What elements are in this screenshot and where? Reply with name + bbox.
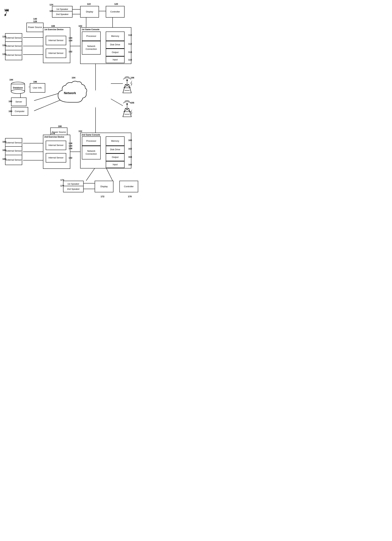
input-2-label: Input bbox=[113, 163, 118, 166]
internal-sensor-182-label: Internal Sensor bbox=[48, 156, 63, 159]
output-2-label: Output bbox=[112, 156, 118, 159]
ref-106: 106 bbox=[131, 76, 134, 79]
disk-drive-2-label: Disk Drive bbox=[110, 148, 120, 151]
ext-sensor-138-label: External Sensor bbox=[6, 54, 22, 57]
ref-122: 122 bbox=[87, 3, 91, 5]
internal-sensor-182-box: Internal Sensor bbox=[46, 153, 66, 162]
input-1-box: Input bbox=[106, 56, 125, 63]
internal-sensor-180-box: Internal Sensor bbox=[46, 141, 66, 150]
network-cloud: Network bbox=[53, 78, 87, 106]
network-conn-1-label: Network Connection bbox=[82, 45, 100, 51]
ref-128: 128 bbox=[33, 20, 37, 23]
disk-drive-1-label: Disk Drive bbox=[110, 43, 120, 46]
ext-sensor-136-box: External Sensor bbox=[5, 42, 22, 51]
cloud-icon: Network bbox=[53, 78, 87, 106]
ref-192: 192 bbox=[9, 100, 12, 103]
ref-100-arrow: 100 bbox=[3, 8, 14, 18]
ref-170: 170 bbox=[128, 195, 132, 198]
speaker2-top-label: 2nd Speaker bbox=[56, 13, 68, 16]
computer-box: Computer bbox=[11, 107, 28, 116]
database-icon: Database bbox=[10, 81, 26, 95]
processor-2-label: Processor bbox=[86, 140, 96, 143]
internal-sensor-132-label: Internal Sensor bbox=[48, 52, 63, 55]
ext-sensor-188-box: External Sensor bbox=[5, 155, 22, 165]
ref-188: 188 bbox=[2, 158, 6, 160]
speaker2-bot-box: 2nd Speaker bbox=[63, 186, 84, 192]
ref-182: 182 bbox=[68, 156, 72, 159]
ref-104: 104 bbox=[72, 76, 75, 79]
output-2-box: Output bbox=[106, 153, 125, 161]
ref-108: 108 bbox=[51, 25, 55, 27]
ext-sensor-184-box: External Sensor bbox=[5, 138, 22, 147]
power-source-top-box: Power Source bbox=[26, 23, 43, 32]
internal-sensor-180-label: Internal Sensor bbox=[48, 144, 63, 147]
diagram: 100 1st Speaker 124 126 2nd Speaker Disp… bbox=[0, 0, 153, 211]
memory-2-box: Memory bbox=[106, 136, 125, 146]
user-info-label: User Info. bbox=[33, 86, 42, 89]
exercise-device-2-box: 2nd Exercise Device bbox=[43, 135, 70, 169]
speaker2-top-box: 2nd Speaker bbox=[52, 11, 73, 18]
memory-1-label: Memory bbox=[111, 35, 119, 38]
internal-sensor-130-box: Internal Sensor bbox=[46, 36, 66, 45]
processor-1-label: Processor bbox=[86, 35, 96, 38]
svg-point-44 bbox=[11, 89, 25, 94]
ref-190: 190 bbox=[58, 125, 62, 128]
display-bot-label: Display bbox=[100, 185, 108, 188]
ref-158: 158 bbox=[68, 142, 72, 145]
ext-sensor-184-label: External Sensor bbox=[6, 141, 22, 144]
ref-196: 196 bbox=[33, 80, 37, 83]
ext-sensor-186-box: External Sensor bbox=[5, 146, 22, 156]
display-top-box: Display bbox=[80, 6, 99, 18]
user-info-box: User Info. bbox=[30, 83, 45, 93]
ref-116: 116 bbox=[128, 58, 132, 61]
ref-152: 152 bbox=[78, 130, 82, 132]
ext-sensor-134-label: External Sensor bbox=[6, 36, 22, 39]
server-label: Server bbox=[16, 100, 22, 103]
display-bot-box: Display bbox=[95, 181, 113, 192]
svg-text:100: 100 bbox=[4, 9, 9, 12]
speaker2-bot-label: 2nd Speaker bbox=[67, 188, 80, 191]
ref-136: 136 bbox=[2, 44, 6, 47]
svg-text:Network: Network bbox=[64, 91, 76, 95]
ref-138: 138 bbox=[2, 53, 6, 55]
controller-top-label: Controller bbox=[110, 10, 120, 13]
ref-186: 186 bbox=[2, 149, 6, 151]
controller-bot-box: Controller bbox=[119, 181, 138, 192]
ref-134: 134 bbox=[2, 35, 6, 38]
output-1-box: Output bbox=[106, 49, 125, 56]
svg-text:Database: Database bbox=[13, 86, 23, 89]
ref-174: 174 bbox=[60, 179, 64, 181]
internal-sensor-132-box: Internal Sensor bbox=[46, 49, 66, 58]
internal-sensor-130-label: Internal Sensor bbox=[48, 39, 63, 42]
input-1-label: Input bbox=[113, 58, 118, 61]
ref-156: 156 bbox=[131, 101, 134, 104]
ext-sensor-138-box: External Sensor bbox=[5, 50, 22, 60]
disk-drive-1-box: Disk Drive bbox=[106, 41, 125, 49]
controller-bot-label: Controller bbox=[124, 185, 134, 188]
ref-178: 178 bbox=[51, 132, 55, 135]
ref-132: 132 bbox=[68, 50, 72, 53]
ref-168: 168 bbox=[68, 147, 72, 150]
database-box: Database bbox=[9, 81, 26, 95]
processor-1-box: Processor bbox=[82, 31, 101, 41]
memory-2-label: Memory bbox=[111, 140, 119, 143]
display-top-label: Display bbox=[86, 10, 93, 13]
computer-label: Computer bbox=[15, 110, 24, 113]
input-2-box: Input bbox=[106, 161, 125, 168]
svg-line-63 bbox=[123, 108, 125, 117]
ref-164: 164 bbox=[128, 156, 132, 158]
ext-sensor-134-box: External Sensor bbox=[5, 33, 22, 43]
server-box: Server bbox=[11, 98, 26, 106]
network-conn-2-box: Network Connection bbox=[82, 146, 101, 159]
svg-line-53 bbox=[123, 84, 125, 93]
speaker1-bot-label: 1st Speaker bbox=[67, 183, 79, 186]
speaker1-top-label: 1st Speaker bbox=[56, 8, 68, 11]
controller-top-box: Controller bbox=[106, 6, 125, 18]
ref-172: 172 bbox=[101, 195, 105, 198]
exercise-device-1-label: 1st Exercise Device bbox=[43, 28, 64, 31]
ref-118: 118 bbox=[68, 39, 72, 42]
exercise-device-2-label: 2nd Exercise Device bbox=[43, 135, 65, 139]
ref-130: 130 bbox=[68, 37, 72, 39]
svg-line-36 bbox=[86, 167, 95, 181]
network-conn-1-box: Network Connection bbox=[82, 41, 101, 55]
